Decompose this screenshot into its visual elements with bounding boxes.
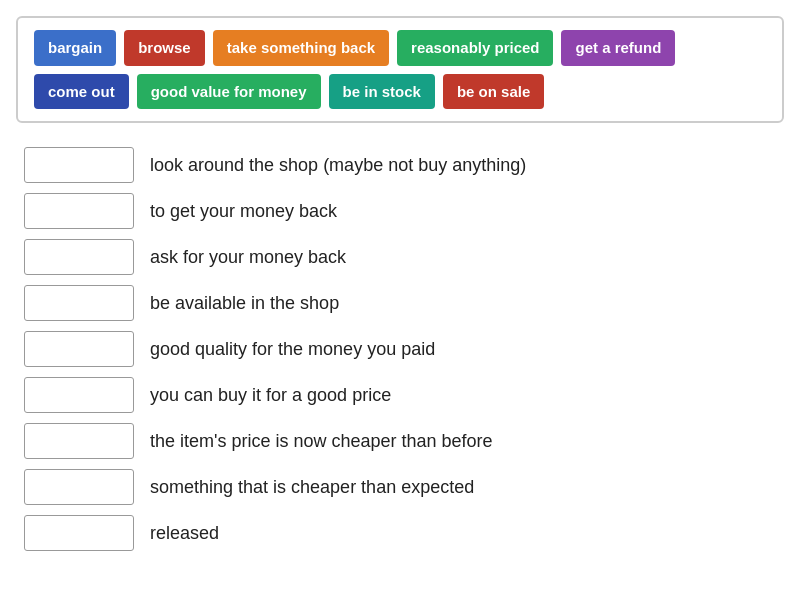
- chip-browse[interactable]: browse: [124, 30, 205, 66]
- match-row: to get your money back: [24, 193, 784, 229]
- chip-reasonably[interactable]: reasonably priced: [397, 30, 553, 66]
- answer-box-clue-1[interactable]: [24, 147, 134, 183]
- chip-onsale[interactable]: be on sale: [443, 74, 544, 110]
- clue-text-clue-1: look around the shop (maybe not buy anyt…: [150, 155, 526, 176]
- clue-text-clue-3: ask for your money back: [150, 247, 346, 268]
- chip-refund[interactable]: get a refund: [561, 30, 675, 66]
- match-row: look around the shop (maybe not buy anyt…: [24, 147, 784, 183]
- chip-take[interactable]: take something back: [213, 30, 389, 66]
- match-row: you can buy it for a good price: [24, 377, 784, 413]
- clue-text-clue-5: good quality for the money you paid: [150, 339, 435, 360]
- match-row: something that is cheaper than expected: [24, 469, 784, 505]
- answer-box-clue-2[interactable]: [24, 193, 134, 229]
- clue-text-clue-4: be available in the shop: [150, 293, 339, 314]
- clue-text-clue-6: you can buy it for a good price: [150, 385, 391, 406]
- match-list: look around the shop (maybe not buy anyt…: [16, 147, 784, 551]
- clue-text-clue-7: the item's price is now cheaper than bef…: [150, 431, 493, 452]
- chip-comeout[interactable]: come out: [34, 74, 129, 110]
- chip-goodvalue[interactable]: good value for money: [137, 74, 321, 110]
- answer-box-clue-3[interactable]: [24, 239, 134, 275]
- chip-instock[interactable]: be in stock: [329, 74, 435, 110]
- answer-box-clue-4[interactable]: [24, 285, 134, 321]
- clue-text-clue-9: released: [150, 523, 219, 544]
- match-row: ask for your money back: [24, 239, 784, 275]
- chip-bargain[interactable]: bargain: [34, 30, 116, 66]
- clue-text-clue-8: something that is cheaper than expected: [150, 477, 474, 498]
- clue-text-clue-2: to get your money back: [150, 201, 337, 222]
- answer-box-clue-8[interactable]: [24, 469, 134, 505]
- answer-box-clue-6[interactable]: [24, 377, 134, 413]
- answer-box-clue-5[interactable]: [24, 331, 134, 367]
- answer-box-clue-9[interactable]: [24, 515, 134, 551]
- match-row: good quality for the money you paid: [24, 331, 784, 367]
- answer-bank: bargainbrowsetake something backreasonab…: [16, 16, 784, 123]
- match-row: released: [24, 515, 784, 551]
- match-row: the item's price is now cheaper than bef…: [24, 423, 784, 459]
- match-row: be available in the shop: [24, 285, 784, 321]
- answer-box-clue-7[interactable]: [24, 423, 134, 459]
